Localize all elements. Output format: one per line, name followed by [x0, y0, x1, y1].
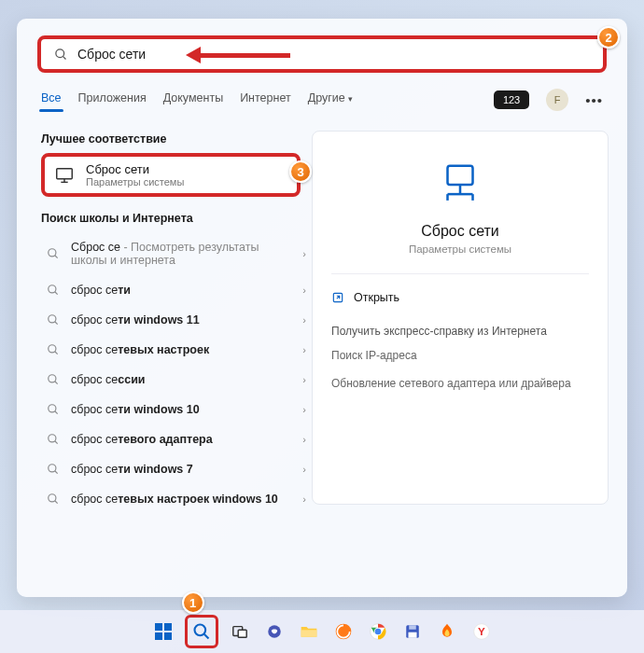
annotation-badge-2: 2	[597, 26, 620, 49]
svg-line-8	[55, 292, 58, 295]
svg-line-34	[203, 634, 208, 639]
svg-rect-32	[164, 632, 172, 640]
svg-point-5	[49, 249, 56, 257]
search-icon	[47, 463, 60, 476]
svg-point-42	[374, 629, 381, 635]
svg-line-1	[63, 56, 65, 59]
taskview-icon[interactable]	[227, 618, 253, 645]
detail-title: Сброс сети	[331, 223, 589, 240]
suggestion-row[interactable]: сброс сетевых настроек›	[41, 335, 312, 365]
filter-tabs: Все Приложения Документы Интернет Другие…	[17, 86, 627, 114]
svg-point-33	[194, 625, 205, 636]
suggestion-label: сброс сети windows 7	[71, 463, 291, 476]
help-item[interactable]: Поиск IP-адреса	[331, 349, 589, 362]
chevron-right-icon: ›	[302, 404, 306, 415]
yandex-icon[interactable]: Y	[469, 618, 495, 645]
suggestion-row[interactable]: сброс сети windows 10›	[41, 395, 312, 424]
tab-apps[interactable]: Приложения	[78, 86, 147, 114]
web-hint-label: Сброс се - Посмотреть результаты школы и…	[71, 241, 291, 267]
open-icon	[331, 291, 344, 304]
search-icon	[47, 247, 60, 260]
start-button[interactable]	[150, 618, 176, 645]
svg-line-12	[55, 352, 58, 354]
svg-line-18	[55, 441, 58, 444]
svg-text:Y: Y	[478, 625, 485, 637]
tab-docs[interactable]: Документы	[163, 86, 223, 114]
save-icon[interactable]	[399, 618, 426, 645]
chevron-right-icon: ›	[302, 374, 306, 385]
chevron-right-icon: ›	[302, 248, 306, 259]
suggestion-row[interactable]: сброс сетевого адаптера›	[41, 424, 312, 454]
search-icon	[47, 313, 60, 326]
search-icon	[47, 493, 60, 506]
pill-indicator[interactable]: 123	[494, 90, 529, 109]
svg-rect-44	[409, 625, 416, 630]
overflow-menu[interactable]: •••	[585, 92, 603, 108]
svg-line-14	[55, 382, 58, 384]
svg-point-9	[49, 315, 56, 323]
chat-icon[interactable]	[261, 618, 287, 645]
suggestion-row[interactable]: сброс сети windows 11›	[41, 305, 312, 335]
svg-point-13	[49, 375, 56, 382]
section-best-match: Лучшее соответствие	[41, 132, 312, 146]
svg-point-21	[49, 494, 56, 502]
search-icon	[47, 284, 60, 297]
best-match-item[interactable]: Сброс сети Параметры системы 3	[41, 153, 301, 197]
suggestion-row[interactable]: сброс сетевых настроек windows 10›	[41, 484, 312, 514]
svg-line-6	[55, 256, 58, 258]
svg-point-0	[56, 49, 64, 57]
taskbar-search[interactable]: 1	[185, 615, 218, 648]
monitor-icon	[54, 165, 75, 186]
suggestion-row[interactable]: сброс сессии›	[41, 365, 312, 395]
help-item[interactable]: Обновление сетевого адаптера или драйвер…	[331, 377, 589, 390]
svg-rect-38	[301, 630, 316, 637]
chevron-right-icon: ›	[302, 285, 306, 296]
results-column: Лучшее соответствие Сброс сети Параметры…	[41, 123, 312, 514]
svg-line-20	[55, 471, 58, 474]
tab-all[interactable]: Все	[41, 86, 62, 114]
tab-more[interactable]: Другие ▾	[308, 86, 354, 114]
svg-line-22	[55, 501, 58, 504]
chevron-right-icon: ›	[302, 464, 306, 475]
svg-rect-36	[238, 630, 246, 637]
user-avatar[interactable]: F	[546, 89, 568, 111]
search-bar[interactable]: 2	[37, 35, 607, 73]
suggestion-label: сброс сети	[71, 284, 291, 297]
suggestion-row[interactable]: сброс сети windows 7›	[41, 454, 312, 484]
tab-web[interactable]: Интернет	[240, 86, 291, 114]
svg-rect-31	[155, 632, 162, 640]
svg-point-17	[49, 435, 56, 442]
svg-rect-30	[164, 623, 172, 631]
taskbar: 1 Y	[0, 610, 644, 653]
svg-point-15	[49, 405, 56, 412]
chrome-icon[interactable]	[365, 618, 391, 645]
search-icon	[47, 343, 60, 356]
chevron-right-icon: ›	[302, 314, 306, 326]
search-icon	[47, 373, 60, 386]
svg-line-16	[55, 411, 58, 414]
suggestion-label: сброс сетевых настроек windows 10	[71, 493, 291, 506]
search-icon	[54, 48, 68, 62]
help-header: Получить экспресс-справку из Интернета	[331, 325, 589, 338]
search-panel: 2 Все Приложения Документы Интернет Друг…	[17, 19, 627, 597]
suggestion-row[interactable]: сброс сети›	[41, 275, 312, 305]
chevron-right-icon: ›	[302, 344, 306, 355]
search-input[interactable]	[77, 47, 590, 62]
app-icon-spiral[interactable]	[330, 618, 357, 645]
annotation-badge-3: 3	[289, 160, 312, 183]
detail-subtitle: Параметры системы	[331, 243, 589, 255]
svg-rect-29	[155, 623, 162, 631]
search-icon	[47, 403, 60, 416]
section-web: Поиск школы и Интернета	[41, 212, 312, 225]
explorer-icon[interactable]	[296, 618, 322, 645]
svg-rect-45	[408, 632, 416, 638]
suggestion-label: сброс сетевых настроек	[71, 343, 291, 356]
app-icon-flame[interactable]	[434, 618, 460, 645]
open-action[interactable]: Открыть	[331, 287, 589, 308]
svg-line-10	[55, 322, 58, 325]
chevron-right-icon: ›	[302, 434, 306, 445]
detail-pane: Сброс сети Параметры системы Открыть Пол…	[312, 131, 609, 505]
annotation-arrow	[186, 47, 290, 63]
best-match-subtitle: Параметры системы	[86, 176, 184, 188]
web-hint-row[interactable]: Сброс се - Посмотреть результаты школы и…	[41, 232, 312, 275]
